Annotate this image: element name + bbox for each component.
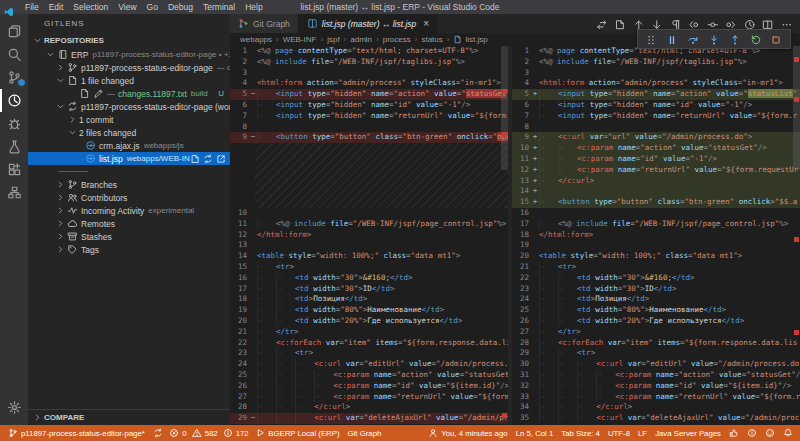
line-number[interactable]: 10 (230, 208, 249, 219)
line-number[interactable]: 13 (512, 176, 531, 187)
menu-file[interactable]: File (20, 0, 44, 14)
code-line[interactable]: 21→<tr> (512, 262, 800, 273)
status-warnings[interactable]: 582 (189, 425, 220, 441)
code-line[interactable]: 25→→<td·width="80%">Наименование</td> (512, 305, 800, 316)
line-number[interactable]: 15 (230, 262, 249, 273)
line-number[interactable]: 29 (512, 348, 531, 359)
breadcrumb-item[interactable]: process (383, 35, 411, 44)
code-line[interactable]: 27→→→→<c:param·name="returnUrl"·value="$… (230, 392, 508, 403)
code-line[interactable]: 19 (512, 240, 800, 251)
line-number[interactable]: 33 (512, 392, 531, 403)
menu-go[interactable]: Go (142, 0, 163, 14)
code-line[interactable]: 26→→<td·width="20%">Где·используется</td… (512, 316, 800, 327)
line-number[interactable]: 11 (230, 219, 249, 230)
status-feedback[interactable] (761, 425, 779, 441)
line-number[interactable]: 29 (230, 413, 249, 424)
line-number[interactable]: 13 (230, 240, 249, 251)
breadcrumb-file[interactable]: list.jsp (453, 35, 487, 44)
line-number[interactable]: 19 (512, 240, 531, 251)
code-line[interactable]: 16→→<td·width="30">&#160;</td> (230, 273, 508, 284)
line-number[interactable]: 19 (230, 305, 249, 316)
status-sync[interactable] (149, 425, 167, 441)
line-number[interactable]: 27 (230, 392, 249, 403)
code-line[interactable]: 23→→<tr> (230, 348, 508, 359)
code-line[interactable]: 15→<tr> (230, 262, 508, 273)
code-line[interactable]: 17→→<td·width="30">ID</td> (230, 284, 508, 295)
debug-pause-icon[interactable] (666, 30, 678, 48)
goto-file-icon[interactable] (614, 15, 626, 33)
code-line[interactable]: 17→<%@·include·file="/WEB-INF/jspf/page_… (512, 219, 800, 230)
goto-file-icon[interactable] (190, 153, 200, 164)
code-line[interactable]: 28→→→</c:url> (230, 402, 508, 413)
code-line[interactable]: 14+ (512, 186, 800, 197)
debug-restart-icon[interactable] (750, 30, 762, 48)
line-number[interactable]: 10 (512, 143, 531, 154)
code-line[interactable]: 19→→<td·width="80%">Наименование</td> (230, 305, 508, 316)
code-line[interactable]: 11→<%@·include·file="/WEB-INF/jspf/page_… (230, 219, 508, 230)
line-number[interactable]: 6 (512, 100, 531, 111)
line-number[interactable]: 31 (512, 370, 531, 381)
line-number[interactable]: 5 (230, 89, 249, 100)
code-line[interactable]: 22→<c:forEach·var="item"·items="${form.r… (230, 338, 508, 349)
line-number[interactable]: 17 (512, 219, 531, 230)
line-number[interactable]: 35 (512, 413, 531, 424)
activity-extensions[interactable] (0, 158, 28, 181)
sidebar-item-working-branch[interactable]: p11897-process-status-editor-page (worki… (28, 100, 230, 113)
code-line[interactable]: 24→→<td>Позиция</td> (512, 294, 800, 305)
line-number[interactable]: 16 (230, 273, 249, 284)
code-line[interactable]: 29−→→→<c:url·var="deleteAjaxUrl"·value="… (230, 413, 508, 424)
menu-debug[interactable]: Debug (163, 0, 198, 14)
code-line[interactable]: 16 (512, 208, 800, 219)
code-line[interactable]: 2<%@·include·file="/WEB-INF/jspf/taglibs… (230, 57, 508, 68)
activity-run-debug[interactable] (0, 112, 28, 135)
code-line[interactable]: 12+→→<c:param·name="returnUrl"·value="${… (512, 165, 800, 176)
section-repositories[interactable]: REPOSITORIES (28, 33, 230, 48)
line-number[interactable]: 6 (230, 100, 249, 111)
line-number[interactable]: 7 (230, 111, 249, 122)
activity-testing[interactable] (0, 135, 28, 158)
code-line[interactable]: 10 (230, 208, 508, 219)
code-line[interactable]: 30→→→<c:url·var="editUrl"·value="/admin/… (512, 359, 800, 370)
activity-source-control[interactable] (0, 66, 28, 89)
line-number[interactable]: 9 (512, 132, 531, 143)
line-number[interactable]: 30 (512, 359, 531, 370)
tab-list-jsp-diff[interactable]: list.jsp (master) ↔ list.jsp× (299, 14, 438, 33)
breadcrumb-item[interactable]: admin (350, 35, 372, 44)
status-indentation[interactable]: Tab Size: 4 (557, 425, 604, 441)
code-line[interactable]: 9+→<c:url·var="url"·value="/admin/proces… (512, 132, 800, 143)
line-number[interactable]: 24 (230, 359, 249, 370)
sidebar-item-contributors[interactable]: Contributors (28, 191, 230, 204)
code-line[interactable]: 5−→<input·type="hidden"·name="action"·va… (230, 89, 508, 100)
line-number[interactable]: 3 (230, 68, 249, 79)
activity-remote-explorer[interactable] (0, 181, 28, 204)
code-line[interactable]: 23→→<td·width="30">ID</td> (512, 284, 800, 295)
sidebar-item-file-changes-txt[interactable]: —changes.11897.txtbuildU (28, 87, 230, 100)
status-errors[interactable]: 0 (167, 425, 189, 441)
code-line[interactable]: 34→→→</c:url> (512, 402, 800, 413)
status-git-graph[interactable]: Git Graph (344, 425, 386, 441)
external-icon[interactable] (216, 153, 226, 164)
status-cursor-position[interactable]: Ln 5, Col 1 (512, 425, 558, 441)
sidebar-item-file-crm-ajax-js[interactable]: crm.ajax.jswebapps/js (28, 139, 230, 152)
code-line[interactable]: 21→</tr> (230, 327, 508, 338)
line-number[interactable]: 8 (230, 122, 249, 133)
sidebar-item-file-list-jsp[interactable]: list.jspwebapps/WEB-INF/jspf/admin/pr… (28, 152, 230, 165)
sidebar-item-repo-erp[interactable]: ERPp11897-process-status-editor-page • +… (28, 48, 230, 61)
code-line[interactable]: 2<%@·include·file="/WEB-INF/jspf/taglibs… (512, 57, 800, 68)
code-line[interactable]: 24→→→<c:url·var="editUrl"·value="/admin/… (230, 359, 508, 370)
debug-stop-icon[interactable] (770, 30, 782, 48)
activity-search[interactable] (0, 43, 28, 66)
breadcrumb-item[interactable]: status (421, 35, 442, 44)
menu-help[interactable]: Help (240, 0, 267, 14)
menu-view[interactable]: View (113, 0, 141, 14)
menu-selection[interactable]: Selection (68, 0, 113, 14)
syncw-icon[interactable] (203, 153, 213, 164)
code-line[interactable]: 4<html:form·action="admin/process"·style… (230, 78, 508, 89)
sidebar-item-current-branch[interactable]: p11897-process-status-editor-page— origi… (28, 61, 230, 74)
code-line[interactable]: 7→<input·type="hidden"·name="returnUrl"·… (230, 111, 508, 122)
code-line[interactable]: 5+→<input·type="hidden"·name="action"·va… (512, 89, 800, 100)
line-number[interactable]: 14 (230, 251, 249, 262)
line-number[interactable]: 23 (512, 284, 531, 295)
line-number[interactable]: 1 (512, 46, 531, 57)
code-line[interactable]: 29→→<tr> (512, 348, 800, 359)
